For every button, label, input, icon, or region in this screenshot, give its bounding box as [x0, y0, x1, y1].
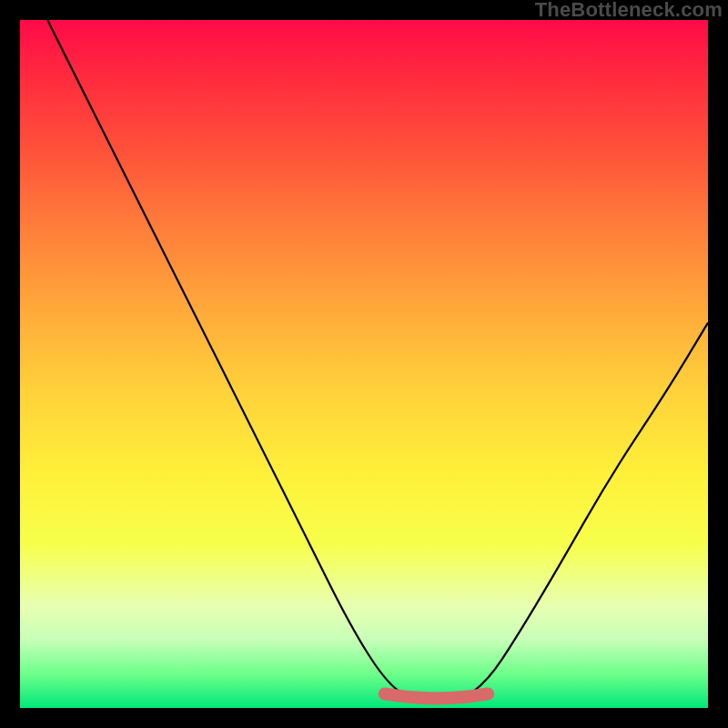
bottleneck-curve: [47, 20, 708, 701]
valley-highlight: [385, 693, 488, 698]
watermark-text: TheBottleneck.com: [535, 0, 723, 20]
curve-layer: [20, 20, 708, 708]
plot-area: [20, 20, 708, 708]
chart-frame: TheBottleneck.com: [0, 0, 728, 728]
